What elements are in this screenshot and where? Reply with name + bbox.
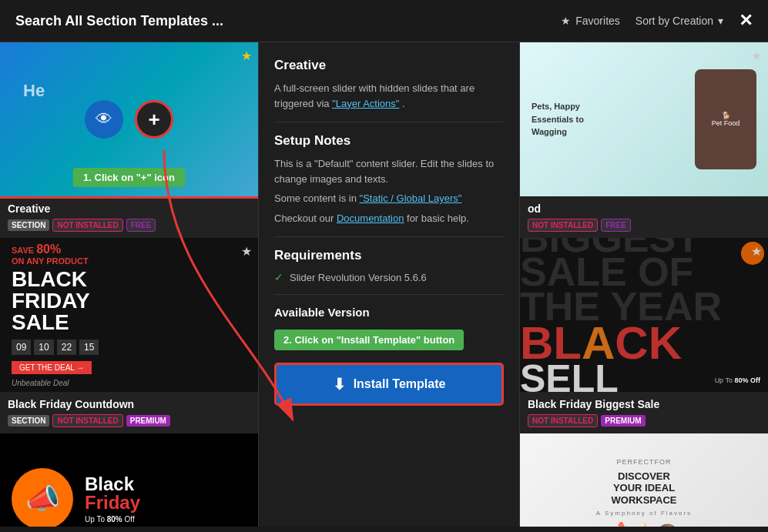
badge-section-bfc: SECTION [8, 415, 49, 427]
pet-heading-text: Pets, HappyEssentials toWagging [532, 100, 584, 139]
favorite-star-pet-food[interactable]: ★ [751, 49, 762, 63]
badge-premium-bfc: PREMIUM [126, 415, 170, 427]
header: Search All Section Templates ... ★ Favor… [0, 0, 768, 42]
download-icon: ⬇ [333, 375, 346, 393]
badge-row-pet-food: NOT INSTALLED FREE [528, 219, 760, 232]
bf-save-text: SAVE 80%ON ANY PRODUCT [12, 243, 89, 266]
layer-actions-link[interactable]: "Layer Actions" [332, 98, 399, 109]
card3-main-text: Black Friday [85, 475, 140, 512]
card-info-bfbs: Black Friday Biggest Sale ★ NOT INSTALLE… [520, 392, 768, 433]
card-title-bfc: Black Friday Countdown [8, 398, 134, 410]
favorite-star-bfbs[interactable]: ★ [751, 244, 762, 259]
detail-panel: Creative A full-screen slider with hidde… [258, 42, 520, 527]
card-title-creative: Creative [8, 202, 50, 215]
divider-3 [274, 294, 504, 295]
badge-not-installed-pf: NOT INSTALLED [528, 219, 598, 232]
bf-main-title: BLACKFRIDAYSALE [12, 269, 90, 333]
pet-food-bag: 🐕Pet Food [712, 112, 740, 127]
page-title: Search All Section Templates ... [15, 13, 223, 29]
requirement-item: ✓ Slider Revolution Version 5.6.6 [274, 271, 504, 283]
badge-free: FREE [126, 219, 156, 232]
card3-sub-text: Up To 80% Off [85, 515, 140, 524]
template-card-creative[interactable]: He 👁 + 1. Click on "+" icon Creative [0, 42, 258, 238]
setup-note-3: Checkout our Documentation for basic hel… [274, 211, 504, 226]
add-template-button[interactable]: + [135, 100, 173, 139]
install-template-button[interactable]: ⬇ Install Template [274, 363, 504, 406]
badge-section: SECTION [8, 219, 49, 231]
sort-button[interactable]: Sort by Creation ▾ [636, 15, 723, 27]
template-list: He 👁 + 1. Click on "+" icon Creative [0, 42, 258, 527]
badge-free-pf: FREE [601, 219, 631, 232]
right-template-list: Pets, HappyEssentials toWagging 🐕Pet Foo… [520, 42, 768, 527]
star-icon: ★ [561, 15, 571, 27]
badge-premium-bfbs: PREMIUM [601, 415, 645, 427]
available-version-title: Available Version [274, 306, 504, 319]
divider-1 [274, 122, 504, 122]
close-button[interactable]: ✕ [739, 11, 753, 31]
template-card-black-friday-countdown[interactable]: SAVE 80%ON ANY PRODUCT BLACKFRIDAYSALE 0… [0, 238, 258, 433]
favorites-button[interactable]: ★ Favorites [561, 15, 620, 27]
setup-notes-title: Setup Notes [274, 133, 504, 149]
bf-timer: 09102215 [12, 340, 99, 355]
static-global-layers-link[interactable]: "Static / Global Layers" [360, 192, 462, 204]
badge-not-installed: NOT INSTALLED [52, 219, 122, 232]
card-title-pet-food: od [528, 202, 541, 215]
setup-note-2: Some content is in "Static / Global Laye… [274, 191, 504, 206]
bf-deal-button: GET THE DEAL → [12, 361, 92, 374]
eye-icon: 👁 [96, 109, 112, 129]
template-card-pet-food[interactable]: Pets, HappyEssentials toWagging 🐕Pet Foo… [520, 42, 768, 238]
setup-note-1: This is a "Default" content slider. Edit… [274, 156, 504, 186]
documentation-link[interactable]: Documentation [337, 212, 404, 224]
bf-italic-text: Unbeatable Deal [12, 379, 69, 387]
card-title-bfbs: Black Friday Biggest Sale [528, 398, 659, 410]
template-card-bfbs[interactable]: Biggest Sale Of The Year Black Sell Frid… [520, 238, 768, 433]
workspace-perfectfor-text: PERFECTFOR [596, 458, 692, 466]
requirements-title: Requirements [274, 248, 504, 263]
favorite-star-creative[interactable]: ★ [241, 49, 252, 63]
template-card-black-friday-promo[interactable]: 📣 Black Friday Up To 80% Off [0, 433, 258, 527]
chevron-down-icon: ▾ [718, 15, 723, 27]
badge-not-installed-bfbs: NOT INSTALLED [528, 414, 598, 427]
badge-row-creative: SECTION NOT INSTALLED FREE [8, 219, 250, 232]
badge-row-bfc: SECTION NOT INSTALLED PREMIUM [8, 414, 250, 427]
template-card-workspace[interactable]: PERFECTFOR DISCOVERYOUR IDEALWORKSPACE A… [520, 433, 768, 527]
divider-2 [274, 236, 504, 237]
install-tooltip: 2. Click on "Install Template" button [274, 330, 464, 350]
favorite-star-bfc[interactable]: ★ [241, 244, 252, 259]
badge-row-bfbs: NOT INSTALLED PREMIUM [528, 414, 760, 427]
preview-button[interactable]: 👁 [85, 100, 123, 139]
check-icon: ✓ [274, 271, 283, 283]
main-content: He 👁 + 1. Click on "+" icon Creative [0, 42, 768, 527]
header-actions: ★ Favorites Sort by Creation ▾ ✕ [561, 11, 753, 31]
workspace-discover-text: DISCOVERYOUR IDEALWORKSPACE [596, 470, 692, 507]
click-tooltip-1: 1. Click on "+" icon [72, 168, 186, 187]
badge-not-installed-bfc: NOT INSTALLED [52, 414, 122, 427]
workspace-symphony-text: A Symphony of Flavors [596, 510, 692, 517]
card-info-creative: Creative ★ SECTION NOT INSTALLED FREE [0, 196, 258, 238]
megaphone-icon: 📣 [12, 468, 73, 527]
detail-title: Creative [274, 58, 504, 73]
plus-icon: + [148, 108, 159, 132]
card-info-pet-food: od ★ NOT INSTALLED FREE [520, 196, 768, 238]
detail-description: A full-screen slider with hidden slides … [274, 81, 504, 111]
card-info-bfc: Black Friday Countdown ★ SECTION NOT INS… [0, 392, 258, 433]
workspace-food-icons: 🍰 🍦 🍩 [596, 521, 692, 527]
